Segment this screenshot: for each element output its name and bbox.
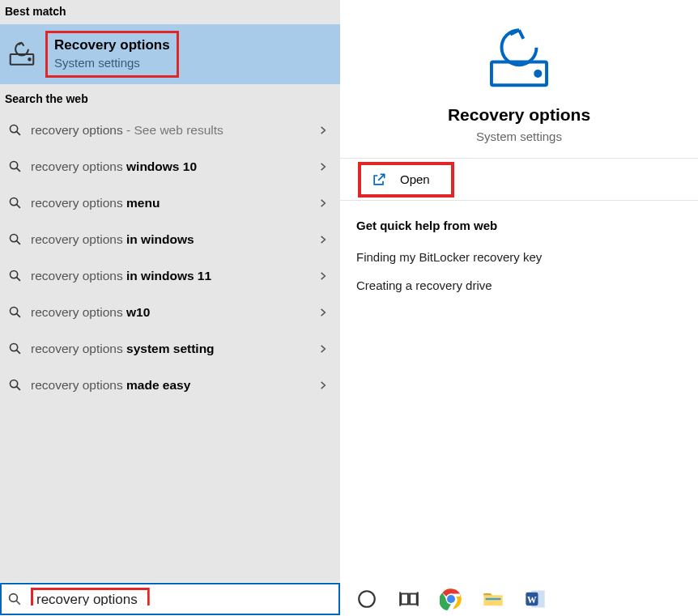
web-suggestion[interactable]: recovery options in windows 11 xyxy=(0,257,340,294)
chevron-right-icon xyxy=(317,307,329,318)
svg-point-10 xyxy=(10,270,17,278)
web-suggestion-text: recovery options windows 10 xyxy=(31,159,317,174)
chevron-right-icon xyxy=(317,270,329,282)
svg-rect-30 xyxy=(486,598,501,600)
details-hero: Recovery options System settings xyxy=(340,0,698,159)
svg-point-8 xyxy=(10,234,17,241)
svg-point-19 xyxy=(535,71,540,76)
best-match-text-box: Recovery options System settings xyxy=(45,31,179,78)
best-match-title: Recovery options xyxy=(54,36,170,54)
web-suggestion[interactable]: recovery options made easy xyxy=(0,367,340,403)
recovery-icon xyxy=(3,36,40,73)
web-suggestion-text: recovery options w10 xyxy=(31,305,317,320)
search-icon xyxy=(6,341,23,357)
web-suggestion-text: recovery options system setting xyxy=(31,342,317,356)
svg-point-2 xyxy=(10,125,17,132)
svg-point-16 xyxy=(10,380,17,387)
help-section: Get quick help from web Finding my BitLo… xyxy=(340,201,698,325)
svg-point-20 xyxy=(10,594,18,602)
word-icon[interactable]: W xyxy=(523,587,547,611)
chrome-icon[interactable] xyxy=(439,587,463,611)
taskbar: recovery options xyxy=(0,582,698,616)
svg-point-29 xyxy=(447,595,455,603)
web-suggestion-text: recovery options - See web results xyxy=(31,123,317,138)
svg-line-13 xyxy=(16,314,19,317)
search-icon xyxy=(6,304,23,321)
chevron-right-icon xyxy=(317,161,329,172)
svg-point-22 xyxy=(359,591,375,607)
svg-line-11 xyxy=(16,278,19,281)
details-subtitle: System settings xyxy=(476,130,562,143)
best-match-header: Best match xyxy=(0,0,340,24)
details-pane: Recovery options System settings Open Ge… xyxy=(340,0,698,583)
help-link-bitlocker[interactable]: Finding my BitLocker recovery key xyxy=(356,250,682,264)
web-suggestion-text: recovery options in windows xyxy=(31,232,317,247)
svg-line-3 xyxy=(16,132,19,135)
svg-point-1 xyxy=(28,58,31,61)
chevron-right-icon xyxy=(317,343,329,355)
chevron-right-icon xyxy=(317,198,329,209)
web-suggestion-text: recovery options in windows 11 xyxy=(31,269,317,283)
search-icon xyxy=(6,377,23,393)
web-suggestion[interactable]: recovery options menu xyxy=(0,185,340,221)
chevron-right-icon xyxy=(317,380,329,391)
svg-rect-23 xyxy=(401,594,408,605)
search-icon xyxy=(6,122,23,138)
web-suggestion[interactable]: recovery options w10 xyxy=(0,294,340,330)
search-input[interactable]: recovery options xyxy=(0,583,340,615)
best-match-result[interactable]: Recovery options System settings xyxy=(0,24,340,84)
search-icon xyxy=(6,159,23,175)
search-web-header: Search the web xyxy=(0,84,340,112)
best-match-subtitle: System settings xyxy=(54,54,170,72)
web-suggestions-list: recovery options - See web results recov… xyxy=(0,112,340,403)
svg-line-9 xyxy=(16,241,19,244)
search-icon xyxy=(6,232,23,248)
task-view-icon[interactable] xyxy=(397,587,421,611)
web-suggestion-text: recovery options made easy xyxy=(31,378,317,393)
svg-point-14 xyxy=(10,343,17,350)
search-icon xyxy=(6,591,23,607)
svg-point-6 xyxy=(10,198,17,205)
chevron-right-icon xyxy=(317,234,329,245)
web-suggestion-text: recovery options menu xyxy=(31,196,317,210)
open-label: Open xyxy=(400,172,430,186)
web-suggestion[interactable]: recovery options - See web results xyxy=(0,112,340,148)
file-explorer-icon[interactable] xyxy=(481,587,505,611)
svg-point-4 xyxy=(10,161,17,168)
web-suggestion[interactable]: recovery options in windows xyxy=(0,221,340,257)
search-icon xyxy=(6,268,23,284)
svg-rect-24 xyxy=(410,594,417,605)
svg-line-5 xyxy=(16,168,19,172)
help-header: Get quick help from web xyxy=(356,219,682,232)
search-icon xyxy=(6,195,23,211)
svg-line-17 xyxy=(16,387,19,390)
web-suggestion[interactable]: recovery options windows 10 xyxy=(0,148,340,185)
search-input-value: recovery options xyxy=(31,588,150,610)
open-external-icon xyxy=(371,172,387,188)
svg-line-21 xyxy=(16,601,20,605)
search-results-pane: Best match Recovery options System setti… xyxy=(0,0,340,583)
details-title: Recovery options xyxy=(448,105,590,125)
recovery-icon-large xyxy=(484,24,554,94)
help-link-recovery-drive[interactable]: Creating a recovery drive xyxy=(356,278,682,292)
svg-line-7 xyxy=(16,205,19,208)
open-action-row[interactable]: Open xyxy=(340,159,698,201)
web-suggestion[interactable]: recovery options system setting xyxy=(0,330,340,367)
svg-line-15 xyxy=(16,350,19,354)
svg-point-12 xyxy=(10,307,17,314)
cortana-icon[interactable] xyxy=(355,587,379,611)
svg-text:W: W xyxy=(527,595,537,605)
chevron-right-icon xyxy=(317,125,329,136)
